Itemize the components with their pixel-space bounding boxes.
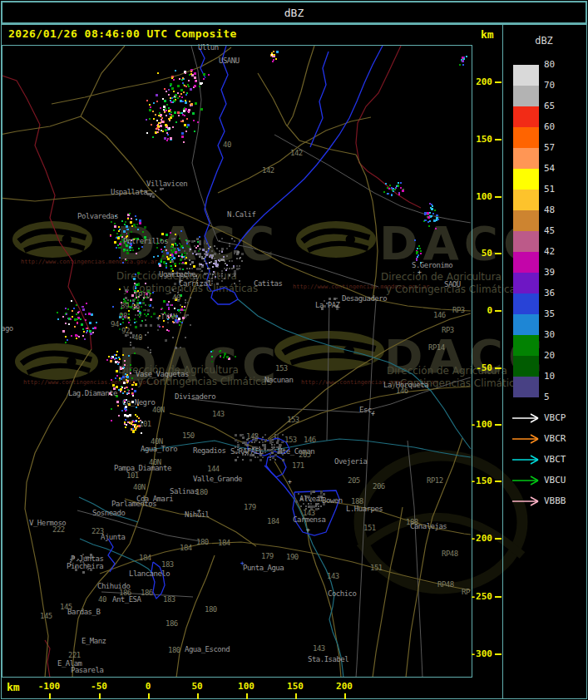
map-route-label: 180 [168, 647, 180, 654]
map-place-label: Ant_ESA [112, 596, 141, 604]
map-route-label: 143 [246, 433, 259, 441]
legend-scale-value: 48 [544, 205, 555, 215]
map-route-label: RP3 [452, 307, 465, 314]
y-tick [495, 196, 502, 198]
map-route-label: 188 [406, 519, 418, 526]
x-tick-label: 0 [132, 681, 164, 692]
legend-scale-value: 51 [544, 184, 555, 195]
map-route-label: 180 [196, 539, 209, 546]
map-place-label: Desaguadero [342, 295, 387, 303]
map-route-label: 145 [60, 604, 72, 611]
map-route-label: 146 [304, 436, 316, 444]
map-place-label: Sta.Isabel [308, 656, 348, 663]
town-cross-marker: + [288, 479, 292, 486]
legend-arrow-label: VBCT [544, 454, 566, 465]
map-route-label: 183 [161, 561, 174, 569]
legend-scale-value: 39 [544, 267, 555, 278]
map-place-label: Nacunan [264, 377, 293, 384]
x-tick-label: -100 [33, 681, 65, 692]
map-place-label: Carmensa [293, 516, 325, 524]
legend-scale-value: 80 [544, 59, 555, 70]
y-tick [495, 310, 502, 312]
map-labels-layer: UllunUSANUVillavicenUspallataPolvaredasN… [0, 0, 588, 700]
map-place-label: Vase_Vaquetas [136, 371, 189, 378]
map-place-label: Agua_Escond [185, 646, 230, 653]
legend-swatch [513, 273, 539, 293]
map-place-label: Ugarteche [159, 271, 195, 279]
map-place-label: Sosneado [92, 510, 125, 517]
map-place-label: Parlamentos [111, 500, 156, 508]
x-axis-unit: km [7, 681, 20, 693]
map-route-label: TPIO [134, 292, 151, 299]
legend-swatch [513, 106, 539, 127]
y-tick-label: -50 [464, 362, 492, 373]
map-route-label: 40N [133, 484, 146, 491]
map-place-label: Lag.Diamante [68, 390, 117, 397]
y-tick [495, 253, 502, 254]
map-route-label: 151 [370, 564, 383, 572]
map-route-label: 180 [205, 606, 217, 614]
map-place-label: Agua_Toro [141, 446, 177, 453]
map-route-label: 142 [290, 150, 303, 157]
map-route-label: 153 [287, 417, 299, 424]
map-route-label: 184 [139, 555, 151, 562]
map-route-label: 206 [373, 483, 385, 490]
y-tick [495, 481, 502, 482]
legend-swatch [513, 252, 539, 273]
legend-arrow-label: VBCP [544, 412, 566, 423]
y-tick-label: 50 [464, 248, 492, 259]
legend-scale-value: 30 [544, 329, 555, 340]
map-route-label: RP48 [437, 581, 454, 589]
y-tick-label: 150 [464, 134, 492, 145]
map-route-label: RP3 [442, 327, 454, 334]
radar-app-window: DACChttp://www.contingencias.mendoza.gov… [0, 0, 588, 700]
map-route-label: 143 [313, 645, 325, 653]
map-place-label: Valle_Grande [193, 476, 242, 483]
legend-arrow-label: VBBB [544, 495, 566, 506]
legend-swatch [513, 65, 539, 86]
legend-scale-value: 42 [544, 246, 555, 257]
map-route-label: 150 [182, 432, 195, 440]
map-place-label: Alvear [299, 495, 324, 503]
map-route-label: 40N [149, 459, 161, 466]
map-route-label: 92 [121, 328, 130, 335]
x-tick [197, 693, 199, 699]
map-place-label: Bowen [322, 497, 343, 505]
map-route-label: 179 [244, 504, 256, 511]
legend-arrow-label: VBCR [544, 433, 566, 444]
map-place-label: Pincheira [67, 563, 103, 570]
map-place-label: Ajunta [101, 534, 126, 541]
legend-swatch [513, 86, 539, 106]
map-route-label: 190 [286, 554, 299, 561]
map-route-label: 153 [275, 365, 288, 372]
y-tick [495, 538, 502, 540]
map-route-label: 143 [303, 510, 315, 517]
legend-swatch [513, 127, 539, 148]
map-route-label: 146 [433, 312, 446, 319]
legend-swatch [513, 293, 539, 314]
map-route-label: 40N [152, 407, 165, 414]
map-route-label: 143 [212, 411, 225, 418]
map-place-label: S.RAFAEL [230, 448, 263, 456]
legend-scale-value: 70 [544, 80, 555, 91]
map-route-label: 40 [223, 141, 231, 149]
legend-scale-value: 20 [544, 350, 555, 361]
y-tick-label: -150 [464, 476, 492, 486]
x-tick [344, 693, 346, 699]
map-place-label: Punta_Agua [243, 564, 284, 572]
legend-scale-value: 45 [544, 225, 555, 236]
map-route-label: 40 [134, 334, 142, 342]
map-route-label: 101 [126, 472, 139, 480]
legend-swatch [513, 377, 539, 397]
map-place-label: E_Manz [82, 638, 106, 645]
map-place-label: Catitas [254, 280, 282, 288]
legend-swatch [513, 210, 539, 231]
y-tick-label: -300 [464, 648, 492, 659]
map-place-label: Salinas [170, 488, 198, 495]
x-tick [148, 693, 150, 699]
x-tick-label: 50 [181, 681, 213, 692]
map-route-label: 184 [180, 545, 192, 552]
map-place-label: Divisadero [175, 393, 215, 401]
map-place-label: ago [1, 325, 13, 333]
map-route-label: 98 [119, 313, 127, 320]
